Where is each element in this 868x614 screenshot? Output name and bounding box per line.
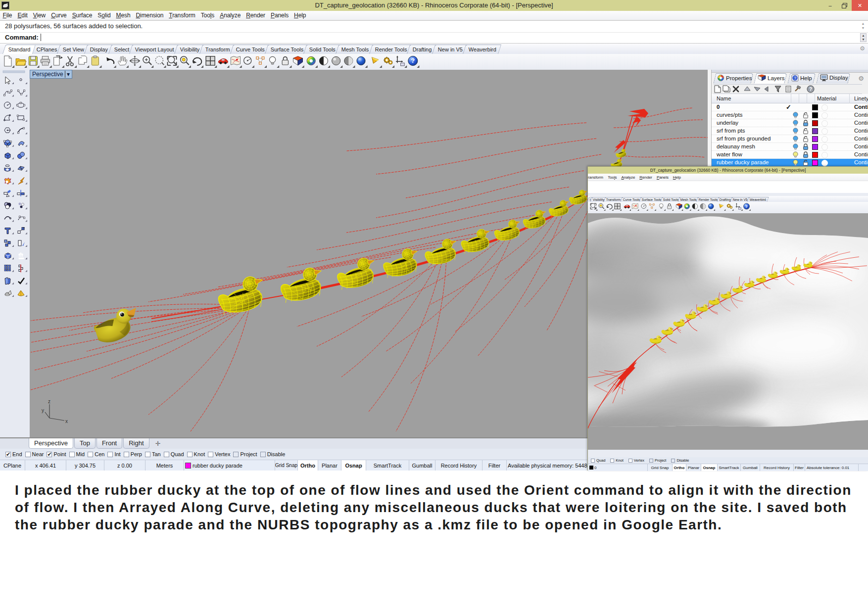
svg-text:y: y: [42, 408, 44, 413]
svg-text:z: z: [48, 399, 50, 404]
svg-text:x: x: [65, 419, 68, 424]
svg-text:?: ?: [745, 204, 748, 209]
svg-text:?: ?: [809, 87, 812, 92]
svg-text:?: ?: [794, 76, 796, 81]
svg-text:?: ?: [411, 57, 415, 64]
